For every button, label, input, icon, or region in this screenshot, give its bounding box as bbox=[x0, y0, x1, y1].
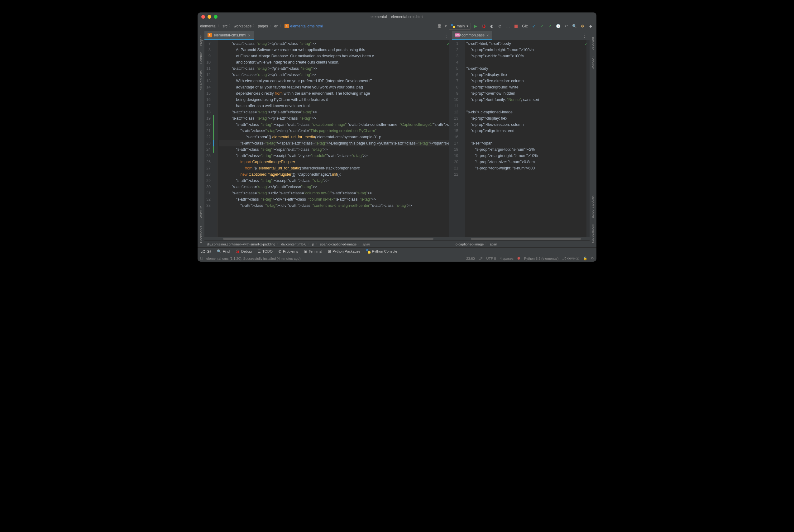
run-anything-button[interactable]: … bbox=[504, 23, 511, 30]
python-console-tool[interactable]: Python Console bbox=[366, 249, 397, 253]
python-icon bbox=[451, 24, 455, 28]
right-editor-pane: SASS common.sass × ⋮ ✓ 12345678910111213… bbox=[452, 31, 590, 247]
status-bar: ☐ elemental-cms (1.1.20): Successfully i… bbox=[198, 255, 596, 262]
tab-common-sass[interactable]: SASS common.sass × bbox=[452, 31, 492, 40]
crumb-item[interactable]: .c-captioned-image bbox=[455, 242, 484, 246]
git-tool[interactable]: ⎇ Git bbox=[201, 249, 211, 253]
error-stripe[interactable] bbox=[449, 40, 452, 238]
window-controls bbox=[201, 15, 218, 19]
vcs-commit-button[interactable]: ✓ bbox=[538, 23, 545, 30]
left-code-editor[interactable]: ✓ 78910111213141516171819202122232425262… bbox=[204, 40, 452, 238]
line-gutter: 12345678910111213141516171819202122 bbox=[452, 40, 461, 238]
right-tabs: SASS common.sass × ⋮ bbox=[452, 31, 590, 40]
scrollbar-thumb[interactable] bbox=[471, 238, 581, 240]
left-structure-breadcrumb: div.container.container--with-smart-x-pa… bbox=[204, 241, 452, 247]
breadcrumb-item[interactable]: src bbox=[222, 24, 227, 28]
scrollbar-thumb[interactable] bbox=[223, 238, 433, 240]
search-everywhere-button[interactable]: 🔍 bbox=[571, 23, 578, 30]
breadcrumb-file[interactable]: elemental-cms.html bbox=[290, 24, 322, 28]
database-tool[interactable]: Database bbox=[591, 33, 595, 53]
right-structure-breadcrumb: .c-captioned-image〉 span bbox=[452, 241, 590, 247]
horizontal-scrollbar[interactable] bbox=[452, 238, 590, 241]
debug-tool[interactable]: 🐞 Debug bbox=[235, 249, 252, 253]
crumb-item[interactable]: span bbox=[490, 242, 497, 246]
account-icon[interactable] bbox=[436, 23, 443, 30]
tab-elemental-cms-html[interactable]: 5 elemental-cms.html × bbox=[204, 31, 254, 40]
maximize-window-button[interactable] bbox=[214, 15, 218, 19]
caret-position[interactable]: 23:60 bbox=[466, 256, 475, 260]
find-tool[interactable]: 🔍 Find bbox=[217, 249, 230, 253]
close-window-button[interactable] bbox=[201, 15, 205, 19]
vcs-push-button[interactable]: ↗ bbox=[547, 23, 553, 30]
file-encoding[interactable]: UTF-8 bbox=[486, 256, 496, 260]
warning-marker[interactable] bbox=[449, 90, 450, 90]
main-toolbar: elemental〉 src〉 workspace〉 pages〉 en〉 5 … bbox=[198, 21, 596, 31]
tab-label: elemental-cms.html bbox=[214, 33, 246, 37]
chevron-down-icon: ▼ bbox=[466, 25, 469, 28]
vcs-update-button[interactable]: ↙ bbox=[530, 23, 537, 30]
sync-icon[interactable]: ⟳ bbox=[591, 256, 594, 260]
tabs-more-button[interactable]: ⋮ bbox=[579, 31, 590, 40]
vcs-change-marker[interactable] bbox=[213, 140, 214, 146]
notifications-tool[interactable]: Notifications bbox=[591, 222, 595, 245]
vcs-change-marker[interactable] bbox=[213, 115, 214, 153]
python-interpreter[interactable]: Python 3.9 (elemental) bbox=[524, 256, 559, 260]
close-tab-icon[interactable]: × bbox=[248, 33, 251, 38]
debug-button[interactable]: 🐞 bbox=[480, 23, 487, 30]
left-tabs: 5 elemental-cms.html × ⋮ bbox=[204, 31, 452, 40]
profile-button[interactable]: ⊙ bbox=[496, 23, 503, 30]
vcs-history-button[interactable]: 🕓 bbox=[555, 23, 561, 30]
minimize-window-button[interactable] bbox=[207, 15, 211, 19]
horizontal-scrollbar[interactable] bbox=[204, 238, 452, 241]
run-configuration-dropdown[interactable]: main ▼ bbox=[449, 23, 471, 30]
ide-window: elemental – elemental-cms.html elemental… bbox=[198, 13, 596, 262]
crumb-item[interactable]: div.container.container--with-smart-x-pa… bbox=[207, 242, 275, 246]
terminal-tool[interactable]: ▣ Terminal bbox=[304, 249, 322, 253]
python-packages-tool[interactable]: ⊞ Python Packages bbox=[328, 249, 361, 253]
line-gutter: 7891011121314151617181920212223242526272… bbox=[204, 40, 213, 238]
crumb-item[interactable]: div.content.mb-6 bbox=[281, 242, 306, 246]
code-source[interactable]: "s-attr">class="s-tag"><p"s-attr">class=… bbox=[218, 40, 449, 238]
titlebar: elemental – elemental-cms.html bbox=[198, 13, 596, 21]
problems-tool[interactable]: ⊘ Problems bbox=[278, 249, 298, 253]
fold-column[interactable] bbox=[213, 40, 218, 238]
ide-features-button[interactable]: ◆ bbox=[587, 23, 594, 30]
crumb-item[interactable]: p bbox=[312, 242, 314, 246]
line-ending[interactable]: LF bbox=[479, 256, 483, 260]
run-config-name: main bbox=[457, 24, 465, 28]
notifications-icon[interactable]: ☐ bbox=[200, 256, 203, 260]
run-coverage-button[interactable]: ◐ bbox=[488, 23, 495, 30]
right-code-editor[interactable]: ✓ 12345678910111213141516171819202122 "s… bbox=[452, 40, 590, 238]
bottom-toolbar: ⎇ Git 🔍 Find 🐞 Debug ☰ TODO ⊘ Problems ▣… bbox=[198, 247, 596, 255]
lock-icon[interactable]: 🔒 bbox=[583, 256, 587, 260]
breadcrumb-item[interactable]: en bbox=[274, 24, 278, 28]
crumb-current[interactable]: span bbox=[363, 242, 370, 246]
git-branch[interactable]: ⎇ develop bbox=[562, 256, 579, 260]
tabs-more-button[interactable]: ⋮ bbox=[442, 31, 452, 40]
breadcrumb-item[interactable]: pages bbox=[258, 24, 268, 28]
sciview-tool[interactable]: SciView bbox=[591, 54, 595, 71]
code-source[interactable]: "s-sel">html, "s-sel">body "s-prop">min-… bbox=[465, 40, 587, 238]
commit-tool[interactable]: Commit bbox=[199, 50, 203, 66]
error-stripe[interactable] bbox=[587, 40, 590, 238]
bookmarks-tool[interactable]: Bookmarks bbox=[199, 223, 203, 245]
html-file-icon: 5 bbox=[284, 24, 289, 28]
run-button[interactable]: ▶ bbox=[472, 23, 479, 30]
breadcrumb-item[interactable]: elemental bbox=[200, 24, 216, 28]
snippet-search-tool[interactable]: Snippet Search bbox=[591, 192, 595, 221]
html-file-icon: 5 bbox=[207, 33, 212, 37]
crumb-item[interactable]: span.c-captioned-image bbox=[320, 242, 356, 246]
pull-requests-tool[interactable]: Pull Requests bbox=[199, 68, 203, 94]
structure-tool[interactable]: Structure bbox=[199, 203, 203, 222]
project-tool[interactable]: Project bbox=[199, 33, 203, 49]
stop-button[interactable] bbox=[513, 23, 519, 30]
fold-column[interactable] bbox=[461, 40, 465, 238]
right-tool-rail: Database SciView Snippet Search Notifica… bbox=[590, 31, 596, 247]
close-tab-icon[interactable]: × bbox=[486, 33, 489, 38]
account-dropdown-icon[interactable]: ▼ bbox=[444, 24, 448, 28]
indent-setting[interactable]: 4 spaces bbox=[500, 256, 514, 260]
todo-tool[interactable]: ☰ TODO bbox=[257, 249, 273, 253]
vcs-rollback-button[interactable]: ↶ bbox=[563, 23, 570, 30]
breadcrumb-item[interactable]: workspace bbox=[234, 24, 252, 28]
ide-settings-button[interactable]: ⚙ bbox=[579, 23, 586, 30]
